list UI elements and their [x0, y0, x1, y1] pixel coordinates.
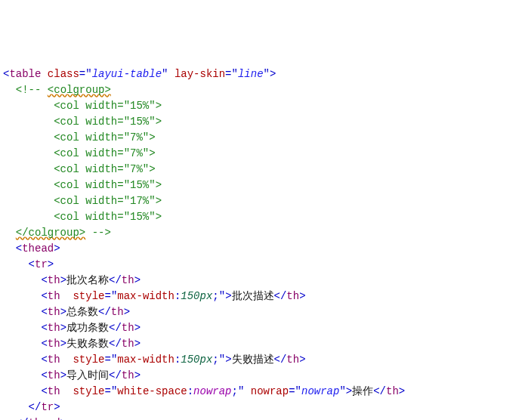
- comment-line: <col width="7%">: [54, 131, 155, 144]
- comment-wavy: </colgroup>: [16, 227, 85, 239]
- th-text: 导入时间: [66, 369, 109, 381]
- th-text: 总条数: [66, 306, 98, 318]
- th-text: 成功条数: [66, 322, 109, 334]
- tag-name: thead: [29, 417, 60, 420]
- comment-line: <col width="15%">: [54, 179, 162, 191]
- th-text: 批次描述: [232, 290, 274, 302]
- th-text: 批次名称: [66, 274, 109, 286]
- attr-value: layui-table: [92, 68, 162, 80]
- comment-line: <col width="15%">: [54, 116, 162, 128]
- attr-name: class: [48, 68, 79, 80]
- comment-line: <col width="15%">: [54, 211, 162, 223]
- comment-line: <col width="17%">: [54, 195, 162, 207]
- tag-name: tr: [35, 258, 48, 270]
- attr-name: lay-skin: [174, 68, 225, 80]
- comment-close: -->: [85, 227, 111, 239]
- code-snippet: <table class="layui-table" lay-skin="lin…: [3, 66, 522, 420]
- th-text: 操作: [352, 385, 373, 397]
- comment-open: <!--: [16, 84, 48, 96]
- tag-name: tr: [41, 401, 54, 413]
- tag-name: table: [9, 68, 41, 80]
- tag-name: thead: [22, 242, 54, 255]
- th-text: 失败条数: [66, 338, 109, 350]
- comment-line: <col width="15%">: [54, 100, 162, 112]
- comment-wavy: <colgroup>: [48, 84, 111, 96]
- attr-value: line: [238, 68, 264, 80]
- comment-line: <col width="7%">: [54, 163, 155, 175]
- comment-line: <col width="7%">: [54, 147, 155, 159]
- th-text: 失败描述: [232, 354, 274, 366]
